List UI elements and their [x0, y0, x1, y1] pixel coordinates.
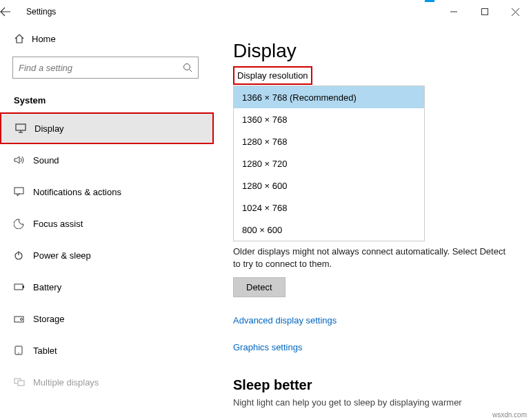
home-icon — [14, 33, 32, 44]
detect-button[interactable]: Detect — [233, 277, 285, 297]
resolution-option[interactable]: 1280 × 768 — [234, 130, 424, 152]
sidebar-item-display[interactable]: Display — [0, 112, 214, 144]
svg-rect-12 — [14, 284, 23, 290]
detect-hint: Older displays might not always connect … — [233, 246, 509, 270]
page-title: Display — [233, 40, 531, 62]
multiple-displays-icon — [14, 378, 33, 386]
svg-rect-1 — [481, 9, 488, 15]
home-link[interactable]: Home — [0, 23, 214, 54]
window-title: Settings — [26, 7, 438, 17]
storage-icon — [14, 314, 33, 323]
resolution-option[interactable]: 1366 × 768 (Recommended) — [234, 86, 424, 108]
tablet-icon — [14, 346, 33, 355]
svg-line-5 — [190, 70, 192, 72]
sidebar-item-notifications[interactable]: Notifications & actions — [0, 176, 214, 208]
home-label: Home — [32, 34, 56, 44]
svg-point-15 — [21, 319, 23, 321]
watermark: wsxdn.com — [492, 411, 527, 419]
category-label: System — [0, 86, 214, 112]
focus-icon — [14, 219, 33, 229]
resolution-option[interactable]: 1024 × 768 — [234, 197, 424, 219]
svg-rect-13 — [23, 286, 24, 288]
sidebar-item-multiple[interactable]: Multiple displays — [0, 366, 214, 398]
sidebar-item-label: Focus assist — [33, 219, 83, 229]
section-resolution-label: Display resolution — [233, 66, 312, 85]
svg-point-17 — [18, 352, 19, 353]
minimize-button[interactable] — [438, 1, 469, 22]
battery-icon — [14, 283, 33, 290]
svg-rect-6 — [16, 124, 26, 130]
sleep-hint: Night light can help you get to sleep by… — [233, 397, 531, 408]
sidebar-item-storage[interactable]: Storage — [0, 303, 214, 334]
maximize-button[interactable] — [469, 1, 500, 22]
sleep-better-heading: Sleep better — [233, 377, 531, 393]
sidebar-item-label: Sound — [33, 155, 59, 166]
sidebar-item-label: Battery — [33, 282, 61, 292]
close-button[interactable] — [500, 1, 531, 22]
notifications-icon — [14, 187, 33, 197]
sidebar-item-label: Notifications & actions — [33, 187, 121, 197]
resolution-option[interactable]: 800 × 600 — [234, 219, 424, 241]
search-box[interactable] — [12, 57, 199, 79]
resolution-option[interactable]: 1280 × 600 — [234, 174, 424, 197]
display-icon — [15, 123, 34, 133]
sidebar-item-label: Storage — [33, 314, 65, 324]
sidebar-item-sound[interactable]: Sound — [0, 144, 214, 176]
resolution-dropdown[interactable]: 1366 × 768 (Recommended) 1360 × 768 1280… — [233, 86, 425, 241]
svg-rect-9 — [14, 188, 23, 194]
graphics-settings-link[interactable]: Graphics settings — [233, 342, 531, 352]
svg-point-4 — [184, 64, 190, 70]
sidebar-item-label: Power & sleep — [33, 250, 91, 261]
sidebar-item-battery[interactable]: Battery — [0, 271, 214, 303]
sidebar-item-label: Multiple displays — [33, 377, 99, 388]
resolution-option[interactable]: 1360 × 768 — [234, 108, 424, 130]
sidebar-item-label: Display — [34, 123, 64, 134]
sidebar-item-label: Tablet — [33, 346, 57, 356]
sidebar-item-power[interactable]: Power & sleep — [0, 239, 214, 271]
sidebar-item-focus[interactable]: Focus assist — [0, 208, 214, 239]
power-icon — [14, 250, 33, 260]
search-input[interactable] — [19, 63, 170, 73]
svg-rect-19 — [18, 381, 24, 386]
sidebar-item-tablet[interactable]: Tablet — [0, 334, 214, 366]
advanced-display-link[interactable]: Advanced display settings — [233, 315, 531, 326]
back-button[interactable] — [0, 6, 26, 17]
search-icon — [183, 63, 192, 72]
resolution-option[interactable]: 1280 × 720 — [234, 152, 424, 174]
sound-icon — [14, 155, 33, 165]
